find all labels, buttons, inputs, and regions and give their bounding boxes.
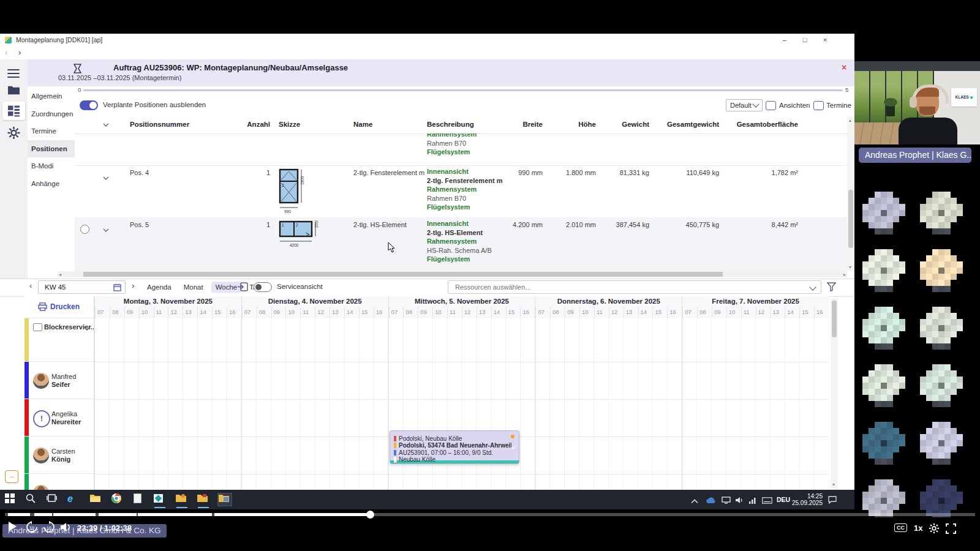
language-indicator[interactable]: DEU: [777, 496, 790, 503]
column-header[interactable]: Skizze: [279, 121, 300, 128]
start-icon[interactable]: [5, 493, 18, 506]
folder-icon[interactable]: [7, 84, 20, 96]
expand-row-icon[interactable]: [103, 223, 109, 234]
sidebar-item-b-modi[interactable]: B-Modi: [28, 157, 75, 174]
print-button[interactable]: Drucken: [24, 296, 94, 318]
expand-row-icon[interactable]: [103, 171, 109, 182]
playhead[interactable]: [366, 511, 374, 519]
resource-row[interactable]: CarstenKönig: [24, 437, 94, 474]
column-header[interactable]: Höhe: [578, 121, 596, 128]
column-header[interactable]: Gesamtgewicht: [667, 121, 719, 128]
table-row[interactable]: Innenansicht2-tlg. Fensterelement mRahme…: [75, 165, 847, 218]
view-monat[interactable]: Monat: [179, 282, 208, 293]
column-header[interactable]: Anzahl: [247, 121, 270, 128]
calendar-vertical-scrollbar[interactable]: ▾: [831, 298, 838, 489]
resource-select[interactable]: [448, 280, 821, 294]
grid-icon[interactable]: [7, 105, 20, 117]
close-button[interactable]: ×: [817, 36, 833, 45]
maximize-button[interactable]: □: [797, 36, 813, 45]
internet-explorer-icon[interactable]: e: [67, 493, 81, 506]
keyboard-icon[interactable]: [762, 495, 775, 508]
week-input[interactable]: [43, 283, 113, 291]
scroll-up-icon[interactable]: ▴: [849, 118, 851, 123]
display-icon[interactable]: [722, 495, 735, 508]
scrollbar-thumb[interactable]: [832, 301, 837, 337]
chrome-icon[interactable]: [111, 493, 125, 506]
scrollbar-thumb[interactable]: [848, 190, 853, 248]
progress-played-segment[interactable]: [8, 513, 30, 516]
volume-icon[interactable]: [735, 495, 748, 508]
scrollbar-thumb[interactable]: [83, 272, 723, 277]
collapse-all-icon[interactable]: [103, 123, 109, 127]
klaes-app-4-icon[interactable]: [218, 493, 232, 506]
view-woche[interactable]: Woche: [211, 282, 242, 293]
sidebar-item-allgemein[interactable]: Allgemein: [28, 88, 75, 105]
network-icon[interactable]: [748, 495, 762, 508]
column-header[interactable]: Beschreibung: [427, 121, 474, 128]
table-row[interactable]: Innenansicht2-tlg. HS-ElementRahmensyste…: [75, 217, 847, 271]
captions-button[interactable]: CC: [894, 523, 907, 532]
next-week-icon[interactable]: ›: [132, 281, 134, 290]
gear-icon[interactable]: [7, 127, 20, 139]
scheduler-grid[interactable]: [94, 318, 829, 490]
chevron-up-icon[interactable]: [691, 495, 704, 508]
forward-icon[interactable]: ›: [18, 48, 21, 57]
onedrive-icon[interactable]: [706, 495, 719, 508]
file-explorer-icon[interactable]: [89, 493, 103, 506]
progress-played-segment[interactable]: [53, 513, 96, 516]
action-center-icon[interactable]: [828, 495, 842, 508]
column-header[interactable]: Breite: [522, 121, 543, 128]
klaes-app-2-icon[interactable]: [175, 493, 189, 506]
play-button[interactable]: [9, 522, 17, 531]
prev-week-icon[interactable]: ‹: [29, 281, 32, 290]
row-radio[interactable]: [80, 225, 89, 234]
settings-gear-icon[interactable]: [929, 523, 940, 534]
horizontal-scrollbar[interactable]: ◂ ▸: [58, 271, 847, 277]
back-icon[interactable]: ‹: [5, 48, 7, 57]
table-row[interactable]: RahmensystemRahmen B70Flügelsystem: [75, 133, 847, 166]
sidebar-item-termine[interactable]: Termine: [28, 122, 75, 140]
termine-icon[interactable]: [813, 101, 824, 110]
forward-10-icon[interactable]: 10: [43, 521, 55, 533]
termine-button[interactable]: Termine: [826, 102, 851, 109]
resource-row[interactable]: !AngelikaNeureiter: [24, 399, 94, 437]
sidebar-item-positionen[interactable]: Positionen: [28, 140, 75, 157]
resource-row[interactable]: Carmen: [24, 474, 94, 490]
document-icon[interactable]: [134, 493, 147, 506]
task-view-icon[interactable]: [47, 493, 60, 506]
close-order-icon[interactable]: ×: [842, 62, 846, 72]
column-header[interactable]: Name: [353, 121, 372, 128]
resource-row[interactable]: Blockreservier...: [24, 318, 94, 362]
slide-out-icon[interactable]: →: [5, 470, 18, 483]
service-view-toggle[interactable]: [254, 282, 272, 292]
calendar-icon[interactable]: [113, 283, 121, 291]
progress-played-segment[interactable]: [138, 513, 212, 516]
clock[interactable]: 14:2525.09.2025: [792, 493, 823, 506]
ansichten-icon[interactable]: [766, 101, 776, 110]
appointment-tooltip[interactable]: Podolski, Neubau KöllePodolski, 53474 Ba…: [390, 430, 519, 464]
view-dropdown[interactable]: Default: [726, 99, 763, 111]
progress-played-segment[interactable]: [34, 513, 52, 516]
minimize-button[interactable]: –: [777, 36, 793, 45]
playback-speed[interactable]: 1x: [914, 523, 922, 533]
resource-select-input[interactable]: [454, 283, 799, 291]
filter-icon[interactable]: [827, 282, 836, 291]
goto-date-icon[interactable]: [238, 282, 248, 291]
ansichten-button[interactable]: Ansichten: [779, 102, 810, 109]
klaes-app-1-icon[interactable]: [153, 493, 167, 506]
week-input-box[interactable]: [38, 280, 126, 294]
hamburger-icon[interactable]: [7, 67, 20, 80]
column-header[interactable]: Gewicht: [622, 121, 649, 128]
scroll-right-icon[interactable]: ▸: [843, 272, 846, 277]
scroll-down-icon[interactable]: ▾: [849, 264, 851, 270]
view-agenda[interactable]: Agenda: [143, 282, 176, 293]
klaes-app-3-icon[interactable]: [197, 493, 210, 506]
progress-played-segment[interactable]: [99, 513, 137, 516]
fullscreen-icon[interactable]: [946, 523, 956, 534]
scroll-left-icon[interactable]: ◂: [59, 272, 61, 277]
progress-played-segment[interactable]: [214, 513, 368, 516]
scroll-down-icon[interactable]: ▾: [832, 482, 835, 487]
column-header[interactable]: Positionsnummer: [130, 121, 189, 128]
resource-row[interactable]: ManfredSeifer: [24, 362, 94, 399]
search-icon[interactable]: [26, 493, 39, 506]
